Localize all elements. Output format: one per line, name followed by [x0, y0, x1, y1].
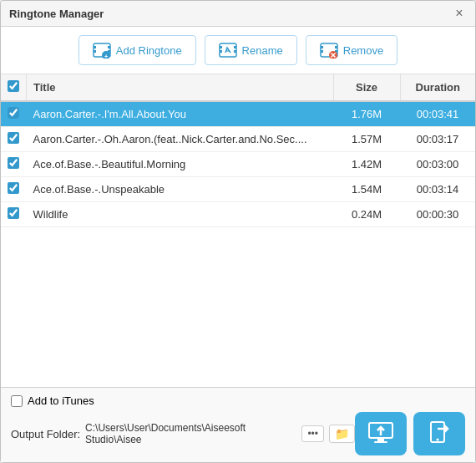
- row-duration: 00:03:17: [400, 127, 475, 152]
- rename-label: Rename: [242, 44, 283, 57]
- row-title: Ace.of.Base.-.Unspeakable: [27, 177, 334, 202]
- select-all-checkbox[interactable]: [8, 80, 19, 92]
- output-path-text: C:\Users\User\Documents\Aiseesoft Studio…: [85, 422, 296, 445]
- row-duration: 00:03:41: [400, 101, 475, 127]
- row-title: Aaron.Carter.-.Oh.Aaron.(feat..Nick.Cart…: [27, 127, 334, 152]
- transfer-to-local-icon: [424, 419, 454, 449]
- add-to-itunes-checkbox[interactable]: [11, 395, 23, 407]
- row-duration: 00:03:14: [400, 177, 475, 202]
- row-size: 1.54M: [333, 177, 400, 202]
- svg-rect-15: [321, 50, 323, 53]
- row-checkbox-cell: [1, 202, 27, 227]
- transfer-to-device-button[interactable]: [355, 412, 407, 455]
- add-ringtone-label: Add Ringtone: [116, 44, 182, 57]
- add-ringtone-button[interactable]: + Add Ringtone: [78, 35, 196, 65]
- output-folder-row: Output Folder: C:\Users\User\Documents\A…: [11, 422, 355, 445]
- window-title: Ringtone Manager: [9, 8, 104, 20]
- svg-rect-3: [108, 46, 110, 48]
- table-row: Ace.of.Base.-.Beautiful.Morning 1.42M 00…: [1, 152, 475, 177]
- row-checkbox-cell: [1, 177, 27, 202]
- row-duration: 00:03:00: [400, 152, 475, 177]
- ringtone-table-container: Title Size Duration Aaron.Carter.-.I'm.A…: [1, 74, 475, 387]
- rename-icon: [219, 41, 237, 59]
- svg-rect-8: [220, 46, 222, 48]
- output-folder-label: Output Folder:: [11, 428, 80, 440]
- row-checkbox-cell: [1, 127, 27, 152]
- svg-rect-10: [234, 46, 236, 48]
- table-header-row: Title Size Duration: [1, 74, 475, 101]
- remove-icon: [320, 41, 338, 59]
- th-checkbox: [1, 74, 27, 101]
- table-body: Aaron.Carter.-.I'm.All.About.You 1.76M 0…: [1, 101, 475, 227]
- svg-rect-9: [220, 50, 222, 53]
- row-checkbox-2[interactable]: [8, 157, 19, 169]
- table-row: Ace.of.Base.-.Unspeakable 1.54M 00:03:14: [1, 177, 475, 202]
- footer-bottom: Output Folder: C:\Users\User\Documents\A…: [11, 412, 465, 455]
- svg-rect-22: [377, 438, 384, 441]
- close-button[interactable]: ×: [452, 6, 467, 21]
- th-size: Size: [333, 74, 400, 101]
- svg-rect-11: [234, 50, 236, 53]
- table-row: Aaron.Carter.-.Oh.Aaron.(feat..Nick.Cart…: [1, 127, 475, 152]
- title-bar: Ringtone Manager ×: [1, 1, 475, 27]
- table-row: Wildlife 0.24M 00:00:30: [1, 202, 475, 227]
- transfer-to-local-button[interactable]: [413, 412, 465, 455]
- row-checkbox-cell: [1, 101, 27, 127]
- add-to-itunes-label: Add to iTunes: [28, 394, 94, 407]
- svg-rect-1: [94, 46, 96, 48]
- action-buttons: [355, 412, 465, 455]
- dots-button[interactable]: •••: [301, 425, 324, 442]
- folder-icon: 📁: [335, 427, 349, 440]
- ringtone-manager-window: Ringtone Manager × + Add Ringtone: [0, 0, 476, 463]
- row-size: 0.24M: [333, 202, 400, 227]
- svg-rect-14: [321, 46, 323, 48]
- footer: Add to iTunes Output Folder: C:\Users\Us…: [1, 387, 475, 462]
- row-checkbox-0[interactable]: [8, 107, 19, 119]
- table-row: Aaron.Carter.-.I'm.All.About.You 1.76M 0…: [1, 101, 475, 127]
- folder-button[interactable]: 📁: [329, 425, 355, 443]
- row-duration: 00:00:30: [400, 202, 475, 227]
- svg-rect-23: [374, 441, 387, 443]
- row-checkbox-cell: [1, 152, 27, 177]
- remove-label: Remove: [343, 44, 383, 57]
- row-size: 1.76M: [333, 101, 400, 127]
- row-title: Aaron.Carter.-.I'm.All.About.You: [27, 101, 334, 127]
- svg-text:+: +: [104, 53, 108, 59]
- svg-point-26: [437, 439, 439, 441]
- row-checkbox-4[interactable]: [8, 207, 19, 219]
- row-checkbox-1[interactable]: [8, 132, 19, 144]
- row-size: 1.57M: [333, 127, 400, 152]
- add-ringtone-icon: +: [93, 41, 111, 59]
- transfer-to-device-icon: [366, 419, 396, 449]
- row-title: Ace.of.Base.-.Beautiful.Morning: [27, 152, 334, 177]
- row-checkbox-3[interactable]: [8, 182, 19, 194]
- add-to-itunes-row: Add to iTunes: [11, 394, 465, 407]
- row-size: 1.42M: [333, 152, 400, 177]
- ringtone-table: Title Size Duration Aaron.Carter.-.I'm.A…: [1, 74, 475, 227]
- rename-button[interactable]: Rename: [205, 35, 297, 65]
- remove-button[interactable]: Remove: [306, 35, 398, 65]
- svg-rect-2: [94, 50, 96, 53]
- th-duration: Duration: [400, 74, 475, 101]
- row-title: Wildlife: [27, 202, 334, 227]
- th-title: Title: [27, 74, 334, 101]
- toolbar: + Add Ringtone Rename: [1, 27, 475, 74]
- svg-rect-16: [335, 46, 337, 48]
